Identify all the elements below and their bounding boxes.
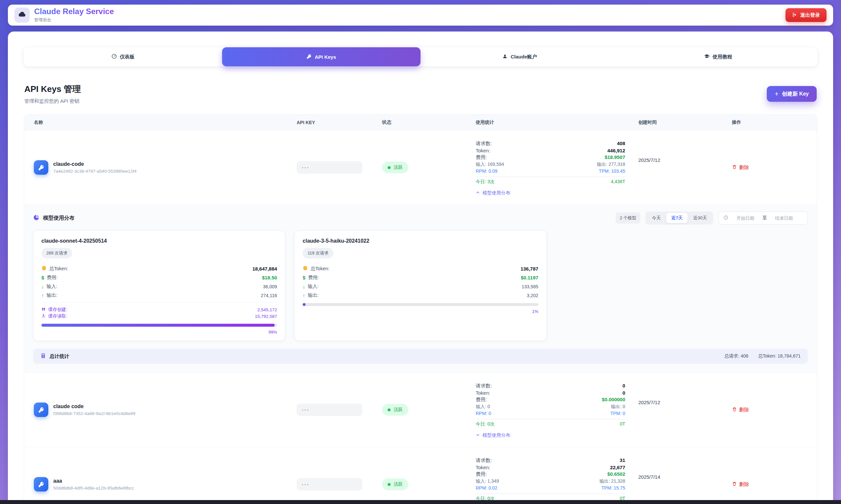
usage-progress-fill (41, 324, 275, 327)
key-icon (306, 54, 312, 60)
model-card: claude-sonnet-4-20250514 289 次请求 总Token:… (33, 231, 285, 341)
pie-chart-icon (33, 214, 39, 222)
key-badge-icon (34, 477, 48, 491)
col-name: 名称 (34, 120, 297, 125)
gauge-icon (111, 54, 117, 60)
today-tokens: 0T (620, 421, 625, 427)
usage-stats: 请求数:408 Token:446,912 费用:$18.9507 输入: 16… (476, 140, 625, 196)
key-name: aaa (53, 478, 134, 484)
output-value: 输出: 21,328 (599, 479, 625, 484)
col-status: 状态 (382, 120, 476, 125)
range-today-button[interactable]: 今天 (647, 213, 666, 223)
delete-button[interactable]: 删除 (732, 164, 807, 171)
app-logo (15, 7, 30, 23)
model-usage-toggle[interactable]: 模型使用分布 (476, 190, 625, 196)
range-7d-button[interactable]: 近7天 (666, 213, 688, 223)
cloud-icon (18, 10, 26, 20)
key-id: 7a4e2492-3c38-4797-a540-553980ee12f4 (53, 169, 137, 174)
tab-api-keys[interactable]: API Keys (222, 47, 421, 66)
delete-button[interactable]: 删除 (732, 407, 807, 413)
rpm-value: RPM: 0.09 (476, 168, 497, 174)
model-name: claude-sonnet-4-20250514 (41, 238, 277, 244)
masked-api-key[interactable]: ··· (297, 403, 362, 416)
col-actions: 操作 (732, 120, 807, 125)
usage-progress-fill (302, 303, 305, 306)
logout-button[interactable]: 退出登录 (786, 8, 826, 22)
arrow-down-icon: ↓ (41, 284, 44, 289)
tab-claude-accounts[interactable]: Claude账户 (421, 47, 619, 66)
total-requests: 总请求: 408 (724, 353, 748, 359)
delete-button[interactable]: 删除 (732, 481, 807, 488)
requests-value: 0 (623, 383, 625, 389)
masked-api-key[interactable]: ··· (297, 478, 362, 490)
tab-tutorial[interactable]: 使用教程 (619, 47, 817, 66)
nav-tabs: 仪表板 API Keys Claude账户 使用教程 (24, 47, 817, 66)
tpm-value: TPM: 0 (610, 411, 625, 416)
logout-label: 退出登录 (800, 12, 820, 18)
end-date-input[interactable] (770, 216, 798, 221)
key-id: f398d8b8-7352-4a88-9a1f-6b1e0c4d8e89 (53, 411, 135, 416)
date-range-picker: 至 (718, 212, 808, 224)
api-key-row: claude code f398d8b8-7352-4a88-9a1f-6b1e… (24, 373, 817, 447)
chevron-up-icon (476, 191, 480, 196)
trash-icon (732, 164, 737, 170)
plus-icon: + (775, 90, 778, 98)
graduation-cap-icon (704, 54, 709, 60)
model-usage-toggle[interactable]: 模型使用分布 (476, 432, 625, 438)
totals-label: 总计统计 (50, 353, 69, 360)
model-usage-title: 模型使用分布 (33, 214, 74, 222)
key-id: 50dd6db8-4df0-4d8e-a12b-95afb6e6fbcc (53, 486, 134, 490)
divider (476, 493, 625, 494)
arrow-down-icon: ↓ (302, 284, 305, 289)
api-key-row: aaa 50dd6db8-4df0-4d8e-a12b-95afb6e6fbcc… (24, 447, 817, 504)
token-value: 446,912 (608, 148, 625, 153)
masked-api-key[interactable]: ··· (297, 161, 362, 174)
top-bar: Claude Relay Service 管理后台 退出登录 (8, 5, 833, 25)
coins-icon (41, 266, 47, 272)
date-separator: 至 (763, 215, 767, 221)
rpm-value: RPM: 0 (476, 411, 491, 416)
create-key-button[interactable]: + 创建新 Key (767, 86, 817, 102)
divider (476, 177, 625, 177)
output-value: 输出: 277,318 (597, 162, 625, 167)
download-icon (41, 313, 46, 319)
coins-icon (302, 266, 308, 272)
input-value: 输入: 169,594 (476, 162, 504, 167)
col-api-key: API KEY (297, 120, 382, 125)
requests-value: 408 (617, 141, 625, 146)
requests-badge: 119 次请求 (302, 248, 333, 258)
main-panel: 仪表板 API Keys Claude账户 使用教程 API Keys 管理 管… (8, 32, 833, 504)
key-name-cell: aaa 50dd6db8-4df0-4d8e-a12b-95afb6e6fbcc (34, 477, 297, 491)
key-name: claude-code (53, 161, 137, 167)
start-date-input[interactable] (732, 216, 759, 221)
usage-progress-track (41, 324, 277, 327)
dollar-icon: $ (302, 275, 305, 281)
bottom-edge (0, 500, 841, 504)
usage-percent: 1% (302, 309, 538, 314)
cost-value: $0.000000 (602, 397, 625, 402)
model-card: claude-3-5-haiku-20241022 119 次请求 总Token… (294, 231, 546, 341)
today-requests: 今日: 0次 (476, 421, 495, 427)
status-dot-icon (388, 483, 391, 486)
page-title: API Keys 管理 (24, 84, 81, 95)
api-keys-table: 名称 API KEY 状态 使用统计 创建时间 操作 claude-code 7… (24, 114, 817, 504)
calculator-icon (40, 353, 46, 360)
key-name-cell: claude code f398d8b8-7352-4a88-9a1f-6b1e… (34, 402, 297, 417)
output-value: 输出: 0 (611, 404, 625, 410)
app-title: Claude Relay Service (34, 7, 114, 15)
totals-bar: 总计统计 总请求: 408 总Token: 18,784,671 (33, 349, 808, 364)
range-30d-button[interactable]: 近30天 (688, 213, 712, 223)
clock-icon (723, 215, 728, 221)
key-badge-icon (34, 160, 48, 175)
tpm-value: TPM: 15.75 (601, 485, 625, 490)
created-date: 2025/7/14 (638, 456, 732, 480)
today-tokens: 4,436T (611, 179, 625, 184)
usage-progress-track (302, 303, 538, 306)
app-subtitle: 管理后台 (34, 17, 114, 23)
usage-stats: 请求数:0 Token:0 费用:$0.000000 输入: 0输出: 0 RP… (476, 382, 625, 438)
tab-label: API Keys (315, 54, 336, 60)
tab-dashboard[interactable]: 仪表板 (24, 47, 222, 66)
requests-badge: 289 次请求 (41, 248, 72, 258)
status-badge: 活跃 (382, 479, 408, 490)
tpm-value: TPM: 103.45 (599, 168, 625, 174)
